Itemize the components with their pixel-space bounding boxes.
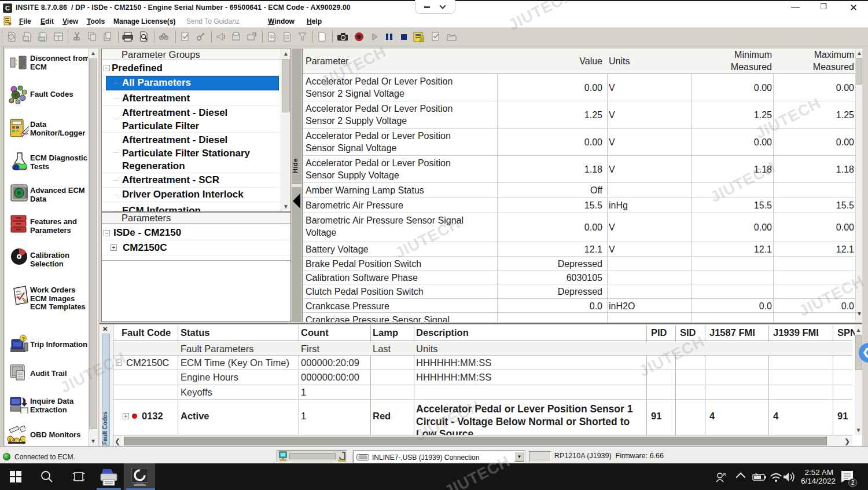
svg-text:R: R <box>723 472 726 477</box>
svg-text:1 0: 1 0 <box>9 437 16 443</box>
svg-text:?: ? <box>22 336 25 342</box>
